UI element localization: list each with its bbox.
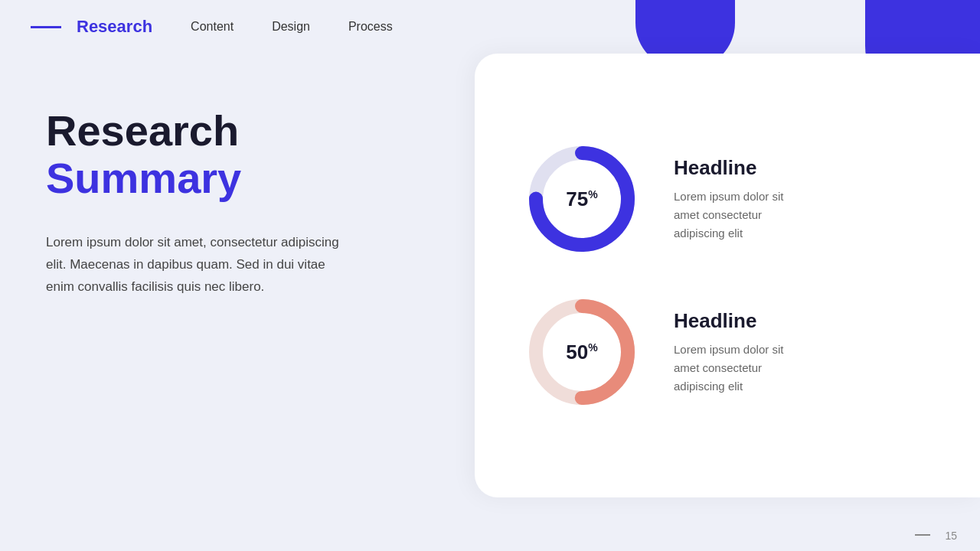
nav-brand[interactable]: Research (77, 17, 152, 37)
donut-value-2: 50% (566, 341, 597, 364)
stat-row-1: 75% Headline Lorem ipsum dolor sit amet … (521, 138, 934, 260)
nav-item-process[interactable]: Process (348, 20, 393, 34)
nav-accent-line (31, 26, 61, 28)
page-num-line (915, 534, 930, 536)
stat-headline-1: Headline (674, 156, 812, 180)
left-panel: Research Summary Lorem ipsum dolor sit a… (46, 107, 413, 298)
right-card: 75% Headline Lorem ipsum dolor sit amet … (475, 54, 980, 497)
stat-text-2: Headline Lorem ipsum dolor sit amet cons… (674, 309, 812, 396)
navbar: Research Content Design Process (0, 0, 980, 54)
donut-chart-2: 50% (521, 291, 643, 413)
nav-item-content[interactable]: Content (191, 20, 234, 34)
title-research: Research (46, 107, 413, 155)
donut-value-1: 75% (566, 187, 597, 211)
page-number: 15 (945, 530, 957, 542)
stat-row-2: 50% Headline Lorem ipsum dolor sit amet … (521, 291, 934, 413)
stat-desc-1: Lorem ipsum dolor sit amet consectetur a… (674, 187, 812, 243)
stat-headline-2: Headline (674, 309, 812, 333)
stat-desc-2: Lorem ipsum dolor sit amet consectetur a… (674, 341, 812, 396)
title-summary: Summary (46, 155, 413, 202)
body-text: Lorem ipsum dolor sit amet, consectetur … (46, 232, 345, 298)
stat-text-1: Headline Lorem ipsum dolor sit amet cons… (674, 156, 812, 243)
nav-items: Content Design Process (191, 20, 393, 34)
donut-chart-1: 75% (521, 138, 643, 260)
nav-item-design[interactable]: Design (272, 20, 310, 34)
